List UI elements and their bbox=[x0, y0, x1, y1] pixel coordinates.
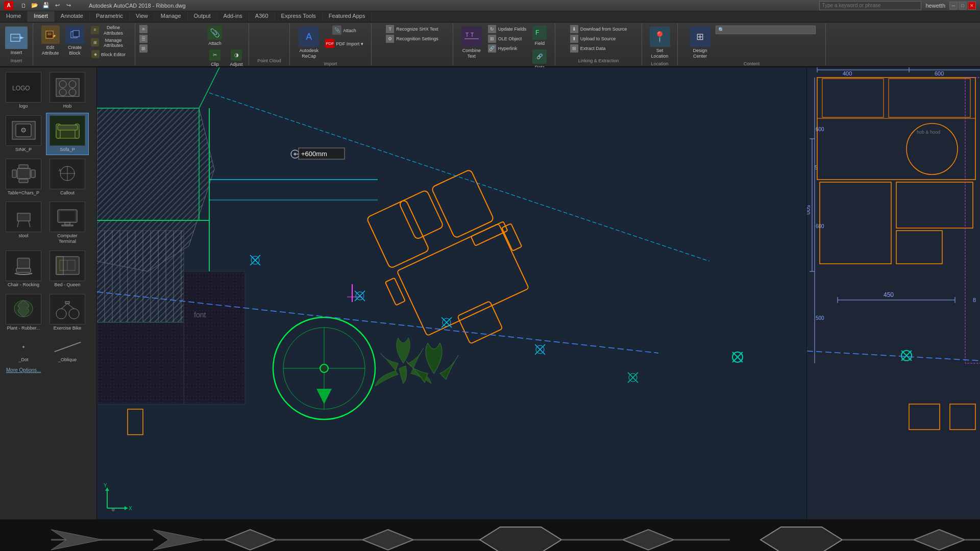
tab-express-tools[interactable]: Express Tools bbox=[275, 11, 323, 22]
block-item-hob[interactable]: Hob bbox=[46, 69, 89, 112]
define-attributes-button[interactable]: ≡ Define Attributes bbox=[88, 24, 129, 37]
frames-vary-btn[interactable]: ☰ bbox=[137, 34, 204, 43]
app-logo: A bbox=[4, 1, 13, 10]
download-source-btn[interactable]: ⬇ Download from Source bbox=[568, 24, 629, 34]
tab-add-ins[interactable]: Add-ins bbox=[217, 11, 249, 22]
edit-attribute-button[interactable]: EditAttribute bbox=[39, 24, 62, 57]
block-item-callout[interactable]: A Callout bbox=[46, 156, 89, 198]
set-location-button[interactable]: 📍 SetLocation bbox=[647, 24, 673, 61]
import-group-items: A AutodeskReCap 📎 Attach PDF PDF Import … bbox=[296, 24, 365, 61]
pdf-import-label: PDF Import ▾ bbox=[336, 41, 363, 46]
window-controls[interactable]: ─ □ ✕ bbox=[949, 2, 976, 10]
field-btn[interactable]: F Field bbox=[529, 24, 550, 47]
manage-attributes-button[interactable]: ⊞ Manage Attributes bbox=[88, 37, 129, 49]
adjust-btn[interactable]: ◑ Adjust bbox=[226, 48, 247, 68]
tab-insert[interactable]: Insert bbox=[28, 11, 55, 22]
clip-btn[interactable]: ✂ Clip bbox=[205, 48, 225, 68]
insert-label: Insert bbox=[11, 50, 22, 56]
tab-annotate[interactable]: Annotate bbox=[55, 11, 90, 22]
shx-group-label bbox=[374, 63, 451, 64]
tab-view[interactable]: View bbox=[130, 11, 155, 22]
qat-new[interactable]: 🗋 bbox=[18, 1, 29, 11]
block-item-computer[interactable]: Computer Terminal bbox=[46, 199, 89, 247]
svg-text:+600mm: +600mm bbox=[301, 150, 327, 158]
ole-object-label: OLE Object bbox=[498, 36, 522, 41]
block-item-bed-queen[interactable]: Bed - Queen bbox=[46, 248, 89, 290]
extract-data-icon: ⊞ bbox=[570, 44, 578, 53]
tab-manage[interactable]: Manage bbox=[155, 11, 188, 22]
upload-source-label: Upload to Source bbox=[580, 36, 616, 41]
autodesk-recap-button[interactable]: A AutodeskReCap bbox=[296, 24, 322, 61]
block-thumb-logo: LOGO bbox=[6, 72, 41, 103]
block-item-plant[interactable]: Plant - Rubber... bbox=[2, 291, 45, 334]
qat-undo[interactable]: ↩ bbox=[52, 1, 62, 11]
design-center-button[interactable]: ⊞ DesignCenter bbox=[687, 24, 714, 61]
manage-attributes-icon: ⊞ bbox=[91, 38, 99, 46]
linking-group-items: ⬇ Download from Source ⬆ Upload to Sourc… bbox=[568, 24, 629, 58]
qat-save[interactable]: 💾 bbox=[41, 1, 51, 11]
block-editor-button[interactable]: ◈ Block Editor bbox=[88, 49, 129, 60]
attach-btn[interactable]: 📎 Attach bbox=[205, 24, 225, 47]
tab-parametric[interactable]: Parametric bbox=[90, 11, 130, 22]
snap-underlays-btn[interactable]: ⊞ bbox=[137, 44, 204, 53]
adsk-seek-input[interactable] bbox=[726, 27, 793, 33]
qat-open[interactable]: 📂 bbox=[30, 1, 40, 11]
block-item-table-chairs[interactable]: Table+Chars_P bbox=[2, 156, 45, 198]
combine-text-button[interactable]: TT CombineText bbox=[458, 24, 485, 61]
block-item-chair-rocking[interactable]: Chair - Rocking bbox=[2, 248, 45, 290]
tab-home[interactable]: Home bbox=[0, 11, 28, 22]
svg-text:hob & hood: hob & hood bbox=[917, 130, 940, 135]
ole-object-btn[interactable]: ⊞ OLE Object bbox=[486, 34, 529, 43]
create-block-button[interactable]: CreateBlock bbox=[64, 24, 86, 57]
block-item-bike[interactable]: Exercise Bike bbox=[46, 291, 89, 334]
block-item-logo[interactable]: LOGO logo bbox=[2, 69, 45, 112]
svg-text:450: 450 bbox=[884, 291, 894, 298]
block-item-stool[interactable]: stool bbox=[2, 199, 45, 247]
data-link-icon: 🔗 bbox=[532, 49, 547, 64]
svg-marker-1 bbox=[20, 36, 24, 39]
svg-point-49 bbox=[69, 309, 79, 319]
ribbon: Home Insert Annotate Parametric View Man… bbox=[0, 11, 980, 67]
extract-data-btn[interactable]: ⊞ Extract Data bbox=[568, 44, 629, 53]
minimize-btn[interactable]: ─ bbox=[949, 2, 958, 10]
edit-attribute-label: EditAttribute bbox=[42, 45, 59, 56]
adjust-icon: ◑ bbox=[231, 49, 242, 61]
update-fields-btn[interactable]: ↻ Update Fields bbox=[486, 24, 529, 34]
block-item-sink[interactable]: SINK_P bbox=[2, 113, 45, 155]
block-thumb-sofa bbox=[50, 115, 85, 146]
recognition-settings-btn[interactable]: ⚙ Recognition Settings bbox=[384, 34, 440, 43]
svg-rect-65 bbox=[97, 231, 184, 322]
pdf-import-btn[interactable]: PDF PDF Import ▾ bbox=[323, 38, 365, 50]
underlay-layers-btn[interactable]: ≡ bbox=[137, 24, 204, 34]
more-options[interactable]: More Options... bbox=[2, 365, 94, 375]
insert-button[interactable]: Insert bbox=[2, 24, 31, 58]
block-item-oblique[interactable]: _Oblique bbox=[46, 335, 89, 365]
block-label-hob: Hob bbox=[63, 104, 72, 109]
import-group: A AutodeskReCap 📎 Attach PDF PDF Import … bbox=[290, 23, 372, 65]
svg-rect-40 bbox=[62, 225, 73, 226]
keyword-search[interactable] bbox=[819, 1, 921, 10]
hyperlink-btn[interactable]: 🔗 Hyperlink bbox=[486, 44, 529, 53]
maximize-btn[interactable]: □ bbox=[959, 2, 967, 10]
close-btn[interactable]: ✕ bbox=[968, 2, 976, 10]
drawing-canvas[interactable]: font bbox=[97, 67, 806, 519]
pdf-import-icon: PDF bbox=[325, 39, 334, 48]
recognize-shx-btn[interactable]: T Recognize SHX Text bbox=[384, 24, 440, 34]
attach-label: Attach bbox=[208, 41, 222, 46]
svg-rect-42 bbox=[16, 268, 31, 272]
attributes-group-label bbox=[35, 63, 133, 64]
block-thumb-stool bbox=[6, 202, 41, 232]
insert-group: Insert Insert bbox=[0, 23, 33, 65]
tab-a360[interactable]: A360 bbox=[249, 11, 275, 22]
tab-output[interactable]: Output bbox=[188, 11, 217, 22]
underlay-layers-icon: ≡ bbox=[139, 25, 148, 33]
attach-import-btn[interactable]: 📎 Attach bbox=[323, 24, 365, 37]
qat-redo[interactable]: ↪ bbox=[63, 1, 74, 11]
svg-rect-38 bbox=[60, 211, 75, 221]
upload-source-btn[interactable]: ⬆ Upload to Source bbox=[568, 34, 629, 43]
block-label-stool: stool bbox=[18, 233, 28, 239]
block-item-dot[interactable]: _Dot bbox=[2, 335, 45, 365]
tab-featured-apps[interactable]: Featured Apps bbox=[323, 11, 372, 22]
block-item-sofa[interactable]: Sofa_P bbox=[46, 113, 89, 155]
edit-attribute-icon bbox=[41, 26, 60, 44]
